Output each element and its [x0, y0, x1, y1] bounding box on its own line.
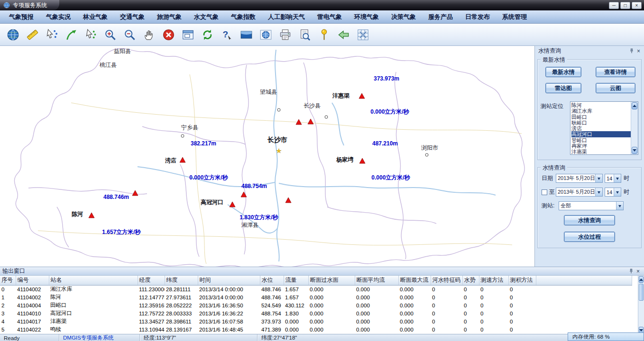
column-header-1[interactable]: 序号 [0, 276, 16, 285]
station-marker[interactable] [180, 157, 185, 162]
station-list-item[interactable]: 陈河 [571, 102, 631, 108]
column-header-4[interactable]: 经度 [138, 276, 165, 285]
menu-item-14[interactable]: 系统管理 [496, 10, 533, 23]
close-output-icon[interactable]: × [635, 268, 642, 275]
menu-item-5[interactable]: 旅游气象 [151, 10, 188, 23]
full-extent-tool-button[interactable] [354, 26, 371, 44]
scroll-up-icon[interactable] [639, 276, 644, 283]
column-header-8[interactable]: 流量 [284, 276, 308, 285]
station-list-item[interactable]: 高冠河口 [571, 131, 631, 137]
scroll-down-icon[interactable] [632, 147, 637, 154]
stage-process-button[interactable]: 水位过程 [564, 232, 615, 242]
column-header-11[interactable]: 断面最大流 [398, 276, 431, 285]
menu-item-11[interactable]: 决策气象 [385, 10, 422, 23]
latest-button-3[interactable]: 雷达图 [545, 83, 581, 93]
latest-button-1[interactable]: 最新水情 [545, 67, 581, 77]
output-scrollbar[interactable] [638, 276, 644, 334]
to-date-checkbox[interactable] [542, 189, 547, 195]
column-header-12[interactable]: 河水特征码 [431, 276, 462, 285]
column-header-2[interactable]: 编号 [16, 276, 49, 285]
close-button[interactable]: × [632, 2, 642, 9]
column-header-13[interactable]: 水势 [462, 276, 479, 285]
station-list-item[interactable]: 耿峪口 [571, 120, 631, 126]
select-arrow-tool-button[interactable] [63, 26, 80, 44]
start-hour-select[interactable]: 14 [605, 174, 621, 183]
print-preview-tool-button[interactable] [296, 26, 313, 44]
print-tool-button[interactable] [276, 26, 294, 44]
table-row[interactable]: 141104002陈河112.14777827.9736112013/3/14 … [0, 293, 632, 301]
column-header-10[interactable]: 断面平均流 [355, 276, 398, 285]
station-marker[interactable] [359, 158, 365, 163]
station-marker[interactable] [132, 190, 138, 196]
station-list-scrollbar[interactable] [631, 102, 638, 154]
station-list-item[interactable]: 甘峪口 [571, 137, 631, 143]
station-marker[interactable] [359, 93, 365, 99]
pin-marker-tool-button[interactable] [315, 26, 332, 44]
latest-water-group: 最新水情 最新水情查看详情雷达图云图 测站定位 陈河湘江水库田峪口耿峪口涝店高冠… [537, 59, 642, 160]
table-row[interactable]: 441104017沣惠渠113.34527828.3986112013/1/6 … [0, 317, 632, 325]
map-svg: 益阳县桃江县望城县沣惠渠长沙县宁乡县长沙市浏阳市涝店杨家塆高冠河口陈河湘潭县37… [0, 46, 534, 267]
end-hour-select[interactable]: 14 [605, 188, 621, 197]
table-row[interactable]: 041104002湘江水库111.23000028.2811112013/3/1… [0, 285, 632, 293]
station-marker[interactable] [89, 213, 94, 218]
select-features-tool-button[interactable] [43, 26, 60, 44]
menu-item-13[interactable]: 日常发布 [459, 10, 496, 23]
menu-item-3[interactable]: 林业气象 [77, 10, 114, 23]
measure-tool-button[interactable] [24, 26, 41, 44]
menu-item-8[interactable]: 人工影响天气 [262, 10, 311, 23]
station-list-item[interactable]: 涝店 [571, 126, 631, 131]
zoom-in-tool-button[interactable] [101, 26, 119, 44]
table-row[interactable]: 541104022鸣犊113.10944428.1391672013/1/6 1… [0, 325, 632, 333]
end-date-select[interactable]: 2013年 5月20日 [556, 188, 603, 197]
scroll-up-icon[interactable] [632, 102, 637, 109]
map-canvas[interactable]: 益阳县桃江县望城县沣惠渠长沙县宁乡县长沙市浏阳市涝店杨家塆高冠河口陈河湘潭县37… [0, 46, 535, 267]
pin-icon[interactable] [628, 48, 635, 54]
select-elements-tool-button[interactable] [82, 26, 99, 44]
menu-item-2[interactable]: 气象实况 [40, 10, 77, 23]
column-header-6[interactable]: 时间 [198, 276, 260, 285]
close-panel-icon[interactable]: × [635, 48, 642, 54]
pin-icon[interactable] [627, 268, 635, 275]
stop-tool-button[interactable] [160, 26, 177, 44]
back-tool-button[interactable] [335, 26, 352, 44]
minimize-button[interactable]: ─ [609, 2, 619, 9]
globe-tool-button[interactable] [4, 26, 21, 44]
fit-window-tool-button[interactable] [179, 26, 196, 44]
station-list-item[interactable]: 沣惠渠 [571, 149, 631, 154]
scroll-thumb[interactable] [639, 284, 644, 301]
station-list-item[interactable]: 冉家坪 [571, 143, 631, 149]
menu-item-9[interactable]: 雷电气象 [311, 10, 348, 23]
station-marker[interactable] [308, 119, 313, 124]
globe-layer-tool-button[interactable] [257, 26, 274, 44]
zoom-out-tool-button[interactable] [121, 26, 138, 44]
pan-tool-button[interactable] [140, 26, 157, 44]
station-marker[interactable] [285, 197, 291, 203]
menu-item-10[interactable]: 环境气象 [348, 10, 385, 23]
station-select[interactable]: 全部 [559, 201, 624, 210]
refresh-tool-button[interactable] [199, 26, 216, 44]
menu-item-1[interactable]: 气象预报 [3, 10, 40, 23]
column-header-14[interactable]: 测速方法 [479, 276, 508, 285]
menu-item-12[interactable]: 服务产品 [422, 10, 459, 23]
help-identify-tool-button[interactable]: ? [218, 26, 235, 44]
column-header-9[interactable]: 断面过水面 [308, 276, 355, 285]
station-list-item[interactable]: 田峪口 [571, 114, 631, 120]
maximize-button[interactable]: □ [620, 2, 630, 9]
latest-button-2[interactable]: 查看详情 [596, 67, 635, 77]
column-header-15[interactable]: 测积方法 [508, 276, 536, 285]
table-cell: 0.000 [308, 285, 355, 293]
water-query-button[interactable]: 水情查询 [564, 215, 615, 225]
table-row[interactable]: 241104004田峪口112.35916728.0522222013/1/6 … [0, 301, 632, 309]
menu-item-7[interactable]: 气象指数 [225, 10, 262, 23]
column-header-3[interactable]: 站名 [49, 276, 138, 285]
start-date-select[interactable]: 2013年 5月20日 [556, 174, 603, 183]
column-header-7[interactable]: 水位 [260, 276, 284, 285]
station-marker[interactable] [230, 202, 235, 207]
column-header-5[interactable]: 纬度 [165, 276, 198, 285]
menu-item-6[interactable]: 水文气象 [188, 10, 225, 23]
menu-item-4[interactable]: 交通气象 [114, 10, 151, 23]
swipe-layer-tool-button[interactable] [238, 26, 255, 44]
station-list-item[interactable]: 湘江水库 [571, 108, 631, 114]
latest-button-4[interactable]: 云图 [596, 83, 635, 93]
table-row[interactable]: 341104010高冠河口112.75722228.0033332013/1/6… [0, 309, 632, 317]
